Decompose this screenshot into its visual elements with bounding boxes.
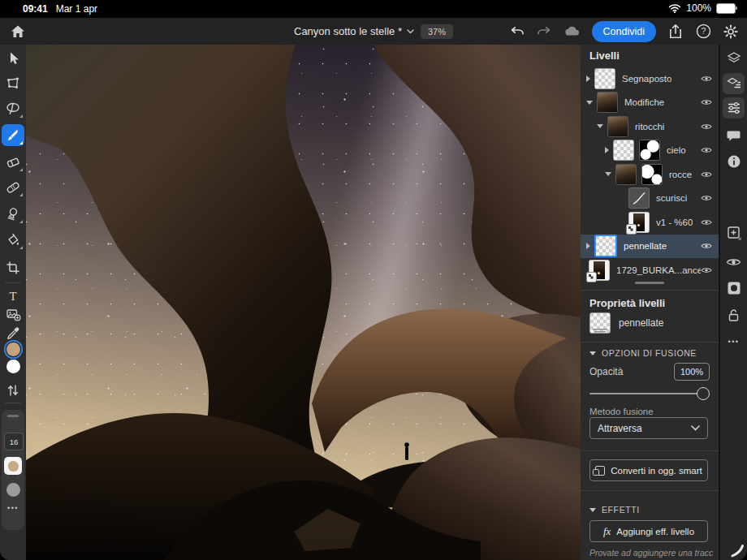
visibility-eye-icon[interactable] <box>701 218 712 226</box>
document-canvas[interactable] <box>26 45 581 560</box>
smart-object-badge <box>626 224 637 235</box>
layer-row-pennellate-selected[interactable]: pennellate <box>581 235 719 259</box>
rail-compact-layers-button[interactable] <box>720 72 747 95</box>
section-divider <box>581 450 719 451</box>
help-icon[interactable]: ? <box>695 24 711 40</box>
export-icon[interactable] <box>667 24 684 40</box>
rail-mask-button[interactable] <box>720 277 747 299</box>
effects-hint-text: Provate ad aggiungere una traccia o <box>589 548 713 558</box>
convert-smart-object-button[interactable]: Converti in ogg. smart <box>589 459 708 481</box>
slider-knob[interactable] <box>697 387 710 400</box>
expand-down-icon[interactable] <box>605 172 611 176</box>
visibility-eye-icon[interactable] <box>701 194 712 203</box>
tool-lasso[interactable] <box>0 97 26 120</box>
layer-row-rocce[interactable]: rocce <box>581 162 719 187</box>
rail-layers-button[interactable] <box>720 47 747 70</box>
visibility-eye-icon[interactable] <box>701 98 712 107</box>
visibility-eye-icon[interactable] <box>701 122 712 131</box>
tool-eraser[interactable] <box>0 151 26 174</box>
rail-comments-button[interactable] <box>720 124 747 147</box>
swap-colors-button[interactable] <box>0 379 26 402</box>
smart-object-thumbnail <box>589 260 610 281</box>
svg-text:T: T <box>9 290 16 303</box>
adjustment-curves-thumbnail <box>628 187 650 209</box>
blend-mode-dropdown[interactable]: Attraversa <box>589 417 708 439</box>
tool-fill[interactable] <box>0 229 26 252</box>
layer-thumbnail <box>607 116 628 137</box>
brush-size-field[interactable]: 16 <box>4 433 24 450</box>
tool-clone-stamp[interactable] <box>0 203 26 226</box>
visibility-eye-icon[interactable] <box>701 265 712 274</box>
tool-crop[interactable] <box>0 256 26 279</box>
expand-down-icon[interactable] <box>586 101 593 105</box>
subtool-indicator <box>19 246 23 249</box>
rail-adjustments-button[interactable] <box>720 97 747 119</box>
effects-header[interactable]: EFFETTI <box>589 505 640 515</box>
subtool-indicator <box>19 141 23 144</box>
add-layer-effect-button[interactable]: fx Aggiungi eff. livello <box>589 520 708 542</box>
tool-bar: T 16 ••• <box>0 45 26 560</box>
blend-options-header[interactable]: OPZIONI DI FUSIONE <box>589 348 697 358</box>
expand-right-icon[interactable] <box>605 147 609 153</box>
background-color-swatch[interactable] <box>0 358 26 374</box>
rail-lock-button[interactable] <box>720 304 747 326</box>
document-title[interactable]: Canyon sotto le stelle * <box>294 25 414 37</box>
rail-more-button[interactable]: ••• <box>720 330 747 353</box>
home-button[interactable] <box>10 24 26 40</box>
properties-layer-row: pennellate <box>589 312 663 334</box>
group-stack-indicator <box>593 329 607 334</box>
layer-label: pennellate <box>624 241 667 251</box>
opacity-value-field[interactable]: 100% <box>674 363 710 381</box>
visibility-eye-icon[interactable] <box>701 242 712 251</box>
layer-row-v1[interactable]: v1 - %60 <box>581 210 719 235</box>
rail-visibility-button[interactable] <box>720 251 747 274</box>
layer-label: scurisci <box>656 193 687 203</box>
status-time: 09:41 <box>23 3 48 15</box>
blend-mode-value: Attraversa <box>598 423 642 434</box>
layer-row-background-photo[interactable]: 1729_BURKA...anced-NR33 <box>581 258 719 282</box>
status-bar: 09:41Mar 1 apr 100% <box>0 0 747 18</box>
undo-icon[interactable] <box>509 24 525 40</box>
settings-gear-icon[interactable] <box>723 24 739 40</box>
layer-row-ritocchi[interactable]: ritocchi <box>581 114 719 139</box>
layers-panel-title: Livelli <box>589 50 620 62</box>
foreground-color-swatch[interactable] <box>0 341 26 357</box>
layer-thumbnail <box>594 68 615 89</box>
zoom-level-badge[interactable]: 37% <box>421 24 453 39</box>
subtool-indicator <box>19 168 23 171</box>
layer-row-cielo[interactable]: cielo <box>581 139 719 163</box>
panel-resize-handle[interactable] <box>635 282 664 284</box>
selected-layer-thumbnail <box>594 235 617 257</box>
rail-info-button[interactable] <box>720 150 747 173</box>
share-button[interactable]: Condividi <box>592 21 656 42</box>
brush-hardness-preview[interactable] <box>6 483 20 497</box>
visibility-eye-icon[interactable] <box>701 146 712 155</box>
layer-label: Segnaposto <box>622 74 671 84</box>
toolbar-divider <box>5 403 21 403</box>
brush-tip-preview[interactable] <box>4 457 22 475</box>
foreground-color <box>6 342 20 356</box>
tool-brush[interactable] <box>0 124 26 147</box>
rail-add-layer-button[interactable] <box>720 222 747 244</box>
opacity-slider[interactable] <box>589 387 710 400</box>
layer-row-modifiche[interactable]: Modifiche <box>581 91 719 115</box>
visibility-eye-icon[interactable] <box>701 74 712 83</box>
status-date: Mar 1 apr <box>56 3 97 15</box>
visibility-eye-icon[interactable] <box>701 170 712 179</box>
layer-row-scurisci[interactable]: scurisci <box>581 187 719 211</box>
panel-drag-handle[interactable] <box>7 415 19 417</box>
layer-row-segnaposto[interactable]: Segnaposto <box>581 67 719 91</box>
redo-icon[interactable] <box>537 24 553 40</box>
layer-label: Modifiche <box>624 97 664 107</box>
slider-track[interactable] <box>589 393 710 394</box>
expand-right-icon[interactable] <box>586 243 590 249</box>
tool-healing[interactable] <box>0 176 26 199</box>
cloud-sync-icon[interactable] <box>564 24 581 40</box>
tool-move[interactable] <box>0 47 26 70</box>
tool-transform[interactable] <box>0 72 26 95</box>
section-divider <box>581 490 719 491</box>
expand-right-icon[interactable] <box>586 75 590 82</box>
layer-thumbnail <box>615 164 637 185</box>
toolbar-more-button[interactable]: ••• <box>2 504 24 512</box>
expand-down-icon[interactable] <box>597 124 603 128</box>
